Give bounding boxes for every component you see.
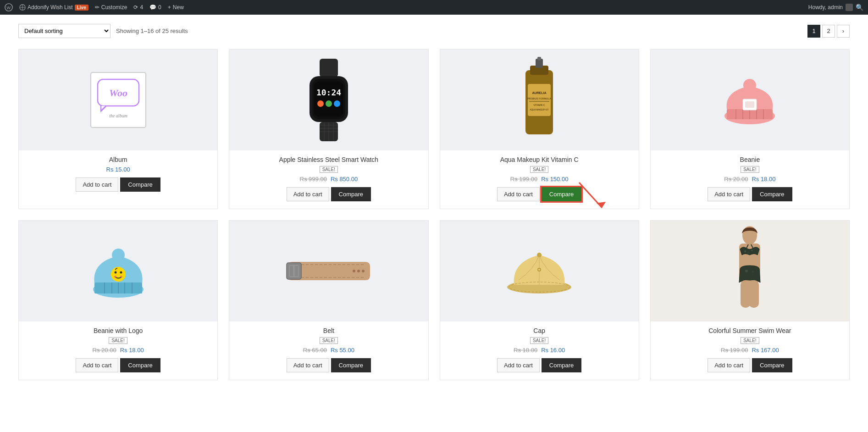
card-actions-beanie-logo: Add to cart Compare bbox=[76, 358, 160, 372]
compare-aqua-kit[interactable]: Compare bbox=[542, 187, 581, 201]
product-grid-row2: Beanie with Logo SALE! Rs 20.00 Rs 18.00… bbox=[18, 220, 850, 380]
product-image-aqua-kit[interactable]: AURELIA PROBUS FORMULA VITAMIN C AQUA MA… bbox=[440, 50, 639, 150]
compare-cap[interactable]: Compare bbox=[542, 358, 581, 372]
card-actions-apple-watch: Add to cart Compare bbox=[287, 187, 371, 201]
add-to-cart-belt[interactable]: Add to cart bbox=[287, 358, 329, 372]
wp-logo[interactable]: W bbox=[5, 3, 13, 11]
card-actions-aqua-kit: Add to cart Compare bbox=[497, 187, 581, 201]
svg-point-72 bbox=[537, 253, 542, 257]
new-btn[interactable]: + New bbox=[168, 4, 184, 11]
add-to-cart-cap[interactable]: Add to cart bbox=[497, 358, 540, 372]
price-sale-aqua-kit: Rs 150.00 bbox=[541, 176, 568, 183]
product-image-cap[interactable] bbox=[440, 221, 639, 321]
compare-swimwear[interactable]: Compare bbox=[752, 358, 792, 372]
revisions-btn[interactable]: ⟳ 4 bbox=[133, 4, 143, 11]
product-name-beanie-logo[interactable]: Beanie with Logo bbox=[90, 327, 146, 334]
product-image-apple-watch[interactable]: 10:24 bbox=[229, 50, 428, 150]
price-swimwear: Rs 199.00 Rs 167.00 bbox=[721, 347, 779, 354]
product-card-beanie-logo: Beanie with Logo SALE! Rs 20.00 Rs 18.00… bbox=[18, 220, 218, 380]
product-image-swimwear[interactable] bbox=[651, 221, 849, 321]
add-to-cart-beanie-logo[interactable]: Add to cart bbox=[76, 358, 118, 372]
price-single-album: Rs 15.00 bbox=[106, 166, 130, 173]
add-to-cart-apple-watch[interactable]: Add to cart bbox=[287, 187, 329, 201]
svg-rect-16 bbox=[314, 82, 343, 116]
price-original-beanie-logo: Rs 20.00 bbox=[93, 347, 116, 354]
card-actions-album: Add to cart Compare bbox=[76, 177, 160, 192]
svg-point-61 bbox=[115, 276, 116, 277]
compare-belt[interactable]: Compare bbox=[331, 358, 371, 372]
product-name-album[interactable]: Album bbox=[105, 156, 131, 163]
svg-point-66 bbox=[357, 270, 360, 272]
price-sale-swimwear: Rs 167.00 bbox=[752, 347, 779, 354]
svg-point-83 bbox=[751, 249, 753, 251]
sale-badge-swimwear: SALE! bbox=[741, 337, 759, 344]
svg-text:the album: the album bbox=[109, 113, 127, 118]
price-sale-belt: Rs 55.00 bbox=[331, 347, 354, 354]
compare-beanie-logo[interactable]: Compare bbox=[120, 358, 160, 372]
page-1-btn[interactable]: 1 bbox=[807, 25, 820, 38]
add-to-cart-beanie[interactable]: Add to cart bbox=[708, 187, 750, 201]
svg-point-75 bbox=[538, 269, 540, 271]
product-card-cap: Cap SALE! Rs 18.00 Rs 16.00 Add to cart … bbox=[440, 220, 639, 380]
admin-bar: W Addonify Wish List Live ✏ Customize ⟳ … bbox=[0, 0, 868, 15]
product-image-belt[interactable] bbox=[229, 221, 428, 321]
product-name-beanie[interactable]: Beanie bbox=[736, 156, 764, 163]
product-name-swimwear[interactable]: Colorful Summer Swim Wear bbox=[705, 327, 795, 334]
sale-badge-aqua-kit: SALE! bbox=[530, 166, 548, 173]
sale-badge-apple-watch: SALE! bbox=[320, 166, 338, 173]
product-name-aqua-kit[interactable]: Aqua Makeup Kit Vitamin C bbox=[497, 156, 582, 163]
svg-point-58 bbox=[111, 267, 126, 282]
toolbar: Default sorting Sort by popularity Sort … bbox=[18, 24, 850, 38]
price-original-apple-watch: Rs 999.00 bbox=[300, 176, 327, 183]
sort-select[interactable]: Default sorting Sort by popularity Sort … bbox=[18, 24, 111, 38]
price-original-cap: Rs 18.00 bbox=[514, 347, 537, 354]
svg-marker-39 bbox=[597, 202, 606, 208]
sale-badge-cap: SALE! bbox=[530, 337, 548, 344]
svg-text:AURELIA: AURELIA bbox=[532, 91, 547, 94]
product-grid-row1: Woo the album Album Rs 15.00 Add to cart… bbox=[18, 49, 850, 209]
svg-point-18 bbox=[317, 100, 324, 107]
svg-point-82 bbox=[744, 250, 746, 253]
price-album: Rs 15.00 bbox=[106, 166, 130, 173]
site-name[interactable]: Addonify Wish List Live bbox=[19, 4, 88, 11]
live-badge: Live bbox=[75, 5, 88, 11]
compare-beanie[interactable]: Compare bbox=[752, 187, 792, 201]
product-image-album[interactable]: Woo the album bbox=[19, 50, 217, 150]
product-card-album: Woo the album Album Rs 15.00 Add to cart… bbox=[18, 49, 218, 209]
avatar bbox=[846, 4, 853, 11]
comments-btn[interactable]: 💬 0 bbox=[149, 4, 161, 11]
search-icon[interactable]: 🔍 bbox=[856, 4, 863, 11]
svg-point-20 bbox=[334, 100, 340, 107]
svg-line-38 bbox=[579, 183, 602, 208]
page-2-btn[interactable]: 2 bbox=[822, 25, 835, 38]
product-image-beanie[interactable] bbox=[651, 50, 849, 150]
svg-text:10:24: 10:24 bbox=[316, 88, 341, 97]
card-actions-swimwear: Add to cart Compare bbox=[708, 358, 792, 372]
price-sale-beanie: Rs 18.00 bbox=[752, 176, 775, 183]
admin-bar-right: Howdy, admin 🔍 bbox=[808, 4, 863, 11]
svg-text:AQUA MAKEUP KIT: AQUA MAKEUP KIT bbox=[530, 109, 549, 111]
svg-rect-81 bbox=[749, 280, 759, 308]
showing-text: Showing 1–16 of 25 results bbox=[116, 28, 188, 34]
svg-point-67 bbox=[362, 270, 365, 272]
customize-btn[interactable]: ✏ Customize bbox=[95, 4, 127, 11]
add-to-cart-album[interactable]: Add to cart bbox=[76, 177, 118, 192]
card-actions-beanie: Add to cart Compare bbox=[708, 187, 792, 201]
price-cap: Rs 18.00 Rs 16.00 bbox=[514, 347, 565, 354]
product-card-swimwear: Colorful Summer Swim Wear SALE! Rs 199.0… bbox=[650, 220, 850, 380]
page-next-btn[interactable]: › bbox=[837, 25, 850, 38]
product-name-cap[interactable]: Cap bbox=[530, 327, 549, 334]
svg-text:W: W bbox=[7, 6, 11, 10]
add-to-cart-aqua-kit[interactable]: Add to cart bbox=[497, 187, 540, 201]
product-name-belt[interactable]: Belt bbox=[320, 327, 338, 334]
compare-apple-watch[interactable]: Compare bbox=[331, 187, 371, 201]
product-card-apple-watch: 10:24 Apple Stainless Steel Smart W bbox=[229, 49, 428, 209]
compare-album[interactable]: Compare bbox=[120, 177, 160, 192]
svg-text:VITAMIN C: VITAMIN C bbox=[534, 104, 545, 106]
product-image-beanie-logo[interactable] bbox=[19, 221, 217, 321]
sale-badge-beanie-logo: SALE! bbox=[109, 337, 127, 344]
product-name-apple-watch[interactable]: Apple Stainless Steel Smart Watch bbox=[276, 156, 382, 163]
card-actions-belt: Add to cart Compare bbox=[287, 358, 371, 372]
add-to-cart-swimwear[interactable]: Add to cart bbox=[708, 358, 750, 372]
svg-rect-13 bbox=[320, 59, 338, 77]
